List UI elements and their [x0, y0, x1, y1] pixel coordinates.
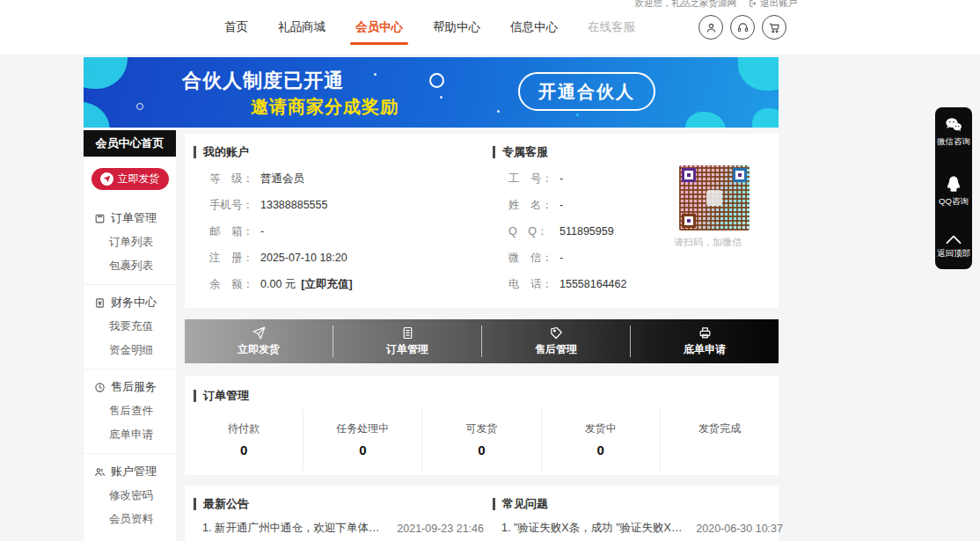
stat-value: 0 [597, 442, 604, 458]
faq-item[interactable]: 1. "验证失败X条，成功 "验证失败X条，成... 2020-06-30 10… [501, 521, 783, 536]
quick-aftersale-button[interactable]: 售后管理 [482, 325, 630, 357]
sidebar-item-aftersale-service[interactable]: 售后服务 [84, 379, 176, 395]
tag-icon [549, 325, 564, 340]
wechat-consult-button[interactable]: 微信咨询 [937, 117, 970, 148]
qq-consult-button[interactable]: QQ咨询 [939, 175, 969, 208]
banner-subtitle: 邀请商家分成奖励 [251, 95, 399, 119]
sidebar-section-title: 订单管理 [111, 210, 157, 226]
nav-help-center[interactable]: 帮助中心 [433, 19, 480, 35]
qr-finder [733, 168, 747, 182]
quick-action-label: 售后管理 [535, 342, 577, 357]
banner-decoration [738, 57, 779, 91]
stat-label: 发货中 [585, 421, 617, 436]
wechat-qr-code[interactable] [679, 165, 750, 230]
announcement-date: 2021-09-23 21:46 [397, 523, 484, 535]
announcements-header: 最新公告 [194, 496, 249, 512]
announcement-item[interactable]: 1. 新开通广州中通仓，欢迎下单体验优质... 2021-09-23 21:46 [202, 521, 484, 536]
sidebar-item-aftersale-check[interactable]: 售后查件 [84, 395, 176, 419]
field-label: 邮 箱： [209, 218, 260, 245]
field-value: 0.00 元 [260, 278, 296, 290]
document-icon [400, 325, 415, 340]
sidebar-section-title: 财务中心 [111, 295, 157, 311]
send-icon [100, 172, 113, 186]
stat-label: 可发货 [466, 421, 498, 436]
announcements-title: 最新公告 [203, 496, 249, 512]
nav-home[interactable]: 首页 [224, 19, 248, 35]
my-account-header: 我的账户 [194, 144, 249, 160]
qr-finder [682, 214, 696, 228]
field-value: 15558164462 [559, 278, 626, 290]
order-stats-header: 订单管理 [194, 388, 249, 404]
sidebar-item-finance-center[interactable]: 财务中心 [84, 295, 176, 311]
float-label: QQ咨询 [939, 196, 969, 208]
sidebar-item-fund-details[interactable]: 资金明细 [84, 334, 176, 358]
nav-gift-mall[interactable]: 礼品商城 [278, 19, 325, 35]
service-phone-row: 电 话：15558164462 [508, 271, 626, 297]
field-label: Q Q： [508, 218, 559, 245]
sidebar-item-order-management[interactable]: 订单管理 [84, 210, 176, 226]
banner-decoration [576, 113, 579, 116]
sidebar-section-title: 账户管理 [111, 464, 157, 479]
banner-decoration [374, 73, 377, 76]
section-marker [194, 498, 196, 510]
sidebar-section-orders: 订单管理 订单列表 包裹列表 [84, 201, 176, 284]
field-value: 2025-07-10 18:20 [260, 252, 347, 264]
account-service-card: 我的账户 等 级：普通会员 手机号：13388885555 邮 箱：- 注 册：… [185, 134, 779, 308]
headset-icon[interactable] [730, 15, 755, 40]
stat-shipping[interactable]: 发货中 0 [541, 409, 660, 471]
field-value: 511895959 [559, 225, 614, 238]
nav-online-service[interactable]: 在线客服 [588, 19, 635, 35]
sidebar-item-account-management[interactable]: 账户管理 [84, 464, 176, 479]
ship-now-button[interactable]: 立即发货 [91, 168, 169, 190]
faq-header: 常见问题 [493, 496, 548, 512]
users-icon [94, 466, 106, 478]
top-bar: 首页 礼品商城 会员中心 帮助中心 信息中心 在线客服 欢迎您，礼品之家货源网 … [0, 0, 980, 55]
banner-decoration [84, 57, 128, 89]
partner-banner[interactable]: 合伙人制度已开通 邀请商家分成奖励 开通合伙人 [84, 57, 779, 128]
sidebar-item-change-password[interactable]: 修改密码 [84, 479, 176, 503]
sidebar-item-recharge[interactable]: 我要充值 [84, 311, 176, 334]
sidebar-item-order-list[interactable]: 订单列表 [84, 226, 176, 250]
my-account-title: 我的账户 [203, 144, 249, 160]
quick-orders-button[interactable]: 订单管理 [333, 325, 481, 357]
logout-link[interactable]: 退出账户 [749, 0, 797, 10]
cart-icon[interactable] [762, 15, 786, 40]
back-to-top-button[interactable]: 返回顶部 [937, 234, 970, 260]
field-label: 等 级： [209, 165, 260, 192]
sidebar-item-receipt-request[interactable]: 底单申请 [84, 419, 176, 442]
printer-icon [698, 325, 713, 340]
quick-ship-button[interactable]: 立即发货 [185, 325, 333, 357]
stat-label: 待付款 [228, 421, 260, 436]
stat-pending-payment[interactable]: 待付款 0 [185, 409, 303, 471]
recharge-now-link[interactable]: [立即充值] [301, 278, 352, 290]
field-value: - [260, 225, 264, 238]
user-icon[interactable] [698, 15, 723, 40]
stat-processing[interactable]: 任务处理中 0 [303, 409, 421, 471]
account-phone-row: 手机号：13388885555 [209, 192, 353, 218]
sidebar-item-package-list[interactable]: 包裹列表 [84, 250, 176, 274]
dedicated-service-title: 专属客服 [502, 144, 548, 160]
sidebar-section-finance: 财务中心 我要充值 资金明细 [84, 284, 176, 369]
quick-receipt-button[interactable]: 底单申请 [631, 325, 779, 357]
nav-member-center[interactable]: 会员中心 [355, 19, 403, 35]
section-marker [194, 146, 196, 158]
news-faq-card: 最新公告 1. 新开通广州中通仓，欢迎下单体验优质... 2021-09-23 … [185, 486, 779, 541]
nav-info-center[interactable]: 信息中心 [510, 19, 558, 35]
sidebar-item-member-home[interactable]: 会员中心首页 [84, 130, 176, 157]
order-stats-title: 订单管理 [203, 388, 249, 404]
welcome-text: 欢迎您，礼品之家货源网 [635, 0, 737, 10]
float-label: 微信咨询 [937, 136, 970, 148]
field-value: - [559, 252, 563, 264]
service-wechat-row: 微 信：- [508, 245, 626, 271]
open-partner-button[interactable]: 开通合伙人 [518, 72, 655, 111]
faq-date: 2020-06-30 10:37 [696, 523, 783, 535]
sidebar-item-member-profile[interactable]: 会员资料 [84, 503, 176, 527]
stat-completed[interactable]: 发货完成 [660, 409, 779, 471]
float-label: 返回顶部 [937, 248, 970, 260]
stat-ready-to-ship[interactable]: 可发货 0 [421, 409, 540, 471]
stat-value: 0 [359, 442, 366, 458]
main-nav: 首页 礼品商城 会员中心 帮助中心 信息中心 在线客服 [224, 0, 635, 55]
stat-label: 任务处理中 [336, 421, 389, 436]
field-value: 13388885555 [260, 199, 327, 211]
order-stats-card: 订单管理 待付款 0 任务处理中 0 可发货 0 发货中 0 发货完成 [185, 376, 779, 475]
